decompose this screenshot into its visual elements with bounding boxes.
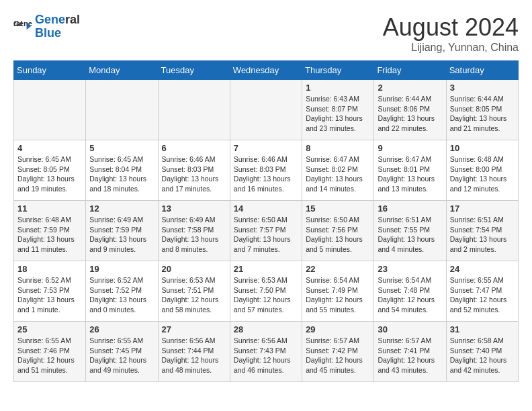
day-number: 23 xyxy=(378,264,442,274)
calendar-cell: 16Sunrise: 6:51 AMSunset: 7:55 PMDayligh… xyxy=(374,201,446,261)
day-number: 14 xyxy=(234,203,298,214)
day-info: Sunrise: 6:53 AMSunset: 7:51 PMDaylight:… xyxy=(162,275,226,315)
logo-text: GeneralBlue xyxy=(35,13,80,40)
day-info: Sunrise: 6:45 AMSunset: 8:05 PMDaylight:… xyxy=(17,154,82,194)
day-info: Sunrise: 6:47 AMSunset: 8:01 PMDaylight:… xyxy=(378,154,442,194)
day-number: 16 xyxy=(378,203,442,214)
calendar-cell: 18Sunrise: 6:52 AMSunset: 7:53 PMDayligh… xyxy=(14,261,86,322)
day-info: Sunrise: 6:55 AMSunset: 7:46 PMDaylight:… xyxy=(17,336,82,375)
calendar-week-row: 25Sunrise: 6:55 AMSunset: 7:46 PMDayligh… xyxy=(14,322,519,382)
calendar-cell: 25Sunrise: 6:55 AMSunset: 7:46 PMDayligh… xyxy=(14,322,86,382)
calendar-cell: 31Sunrise: 6:58 AMSunset: 7:40 PMDayligh… xyxy=(446,322,518,382)
calendar-cell: 24Sunrise: 6:55 AMSunset: 7:47 PMDayligh… xyxy=(446,261,518,322)
day-number: 28 xyxy=(234,324,298,334)
calendar-cell: 11Sunrise: 6:48 AMSunset: 7:59 PMDayligh… xyxy=(14,201,86,261)
calendar-cell: 30Sunrise: 6:57 AMSunset: 7:41 PMDayligh… xyxy=(374,322,446,382)
day-info: Sunrise: 6:44 AMSunset: 8:05 PMDaylight:… xyxy=(450,94,515,134)
calendar-cell: 17Sunrise: 6:51 AMSunset: 7:54 PMDayligh… xyxy=(446,201,518,261)
logo: Gene ral GeneralBlue xyxy=(13,13,80,40)
calendar-cell xyxy=(158,80,230,140)
weekday-header: Thursday xyxy=(302,61,374,80)
calendar-cell: 13Sunrise: 6:49 AMSunset: 7:58 PMDayligh… xyxy=(158,201,230,261)
day-number: 4 xyxy=(17,143,82,153)
day-number: 20 xyxy=(162,264,226,274)
calendar-cell: 27Sunrise: 6:56 AMSunset: 7:44 PMDayligh… xyxy=(158,322,230,382)
calendar-cell: 4Sunrise: 6:45 AMSunset: 8:05 PMDaylight… xyxy=(14,140,86,201)
day-info: Sunrise: 6:53 AMSunset: 7:50 PMDaylight:… xyxy=(234,275,298,315)
day-info: Sunrise: 6:57 AMSunset: 7:42 PMDaylight:… xyxy=(306,336,370,375)
day-info: Sunrise: 6:54 AMSunset: 7:49 PMDaylight:… xyxy=(306,275,370,315)
month-year: August 2024 xyxy=(383,13,519,42)
calendar-cell xyxy=(230,80,302,140)
day-number: 1 xyxy=(306,83,370,93)
calendar-cell xyxy=(14,80,86,140)
day-info: Sunrise: 6:50 AMSunset: 7:57 PMDaylight:… xyxy=(234,215,298,255)
day-info: Sunrise: 6:49 AMSunset: 7:58 PMDaylight:… xyxy=(162,215,226,255)
day-number: 17 xyxy=(450,203,515,214)
weekday-header: Monday xyxy=(86,61,158,80)
day-info: Sunrise: 6:56 AMSunset: 7:43 PMDaylight:… xyxy=(234,336,298,375)
calendar-cell: 6Sunrise: 6:46 AMSunset: 8:03 PMDaylight… xyxy=(158,140,230,201)
calendar-cell: 19Sunrise: 6:52 AMSunset: 7:52 PMDayligh… xyxy=(86,261,158,322)
day-info: Sunrise: 6:47 AMSunset: 8:02 PMDaylight:… xyxy=(306,154,370,194)
calendar-cell: 5Sunrise: 6:45 AMSunset: 8:04 PMDaylight… xyxy=(86,140,158,201)
location: Lijiang, Yunnan, China xyxy=(383,42,519,54)
calendar-cell: 12Sunrise: 6:49 AMSunset: 7:59 PMDayligh… xyxy=(86,201,158,261)
day-number: 19 xyxy=(89,264,154,274)
day-info: Sunrise: 6:48 AMSunset: 7:59 PMDaylight:… xyxy=(17,215,82,255)
day-number: 8 xyxy=(306,143,370,153)
calendar-cell: 3Sunrise: 6:44 AMSunset: 8:05 PMDaylight… xyxy=(446,80,518,140)
day-number: 25 xyxy=(17,324,82,334)
logo-icon: Gene ral xyxy=(13,17,32,36)
day-info: Sunrise: 6:50 AMSunset: 7:56 PMDaylight:… xyxy=(306,215,370,255)
day-info: Sunrise: 6:57 AMSunset: 7:41 PMDaylight:… xyxy=(378,336,442,375)
calendar-cell: 10Sunrise: 6:48 AMSunset: 8:00 PMDayligh… xyxy=(446,140,518,201)
day-number: 3 xyxy=(450,83,515,93)
calendar-week-row: 1Sunrise: 6:43 AMSunset: 8:07 PMDaylight… xyxy=(14,80,519,140)
weekday-header: Wednesday xyxy=(230,61,302,80)
day-number: 26 xyxy=(89,324,154,334)
day-info: Sunrise: 6:58 AMSunset: 7:40 PMDaylight:… xyxy=(450,336,515,375)
calendar-cell: 21Sunrise: 6:53 AMSunset: 7:50 PMDayligh… xyxy=(230,261,302,322)
calendar-cell: 20Sunrise: 6:53 AMSunset: 7:51 PMDayligh… xyxy=(158,261,230,322)
day-info: Sunrise: 6:56 AMSunset: 7:44 PMDaylight:… xyxy=(162,336,226,375)
calendar-cell: 8Sunrise: 6:47 AMSunset: 8:02 PMDaylight… xyxy=(302,140,374,201)
title-block: August 2024 Lijiang, Yunnan, China xyxy=(383,13,519,54)
calendar-cell: 7Sunrise: 6:46 AMSunset: 8:03 PMDaylight… xyxy=(230,140,302,201)
day-info: Sunrise: 6:45 AMSunset: 8:04 PMDaylight:… xyxy=(89,154,154,194)
day-number: 5 xyxy=(89,143,154,153)
calendar-week-row: 4Sunrise: 6:45 AMSunset: 8:05 PMDaylight… xyxy=(14,140,519,201)
day-number: 7 xyxy=(234,143,298,153)
day-info: Sunrise: 6:51 AMSunset: 7:55 PMDaylight:… xyxy=(378,215,442,255)
day-info: Sunrise: 6:43 AMSunset: 8:07 PMDaylight:… xyxy=(306,94,370,134)
day-info: Sunrise: 6:44 AMSunset: 8:06 PMDaylight:… xyxy=(378,94,442,134)
weekday-header-row: SundayMondayTuesdayWednesdayThursdayFrid… xyxy=(14,61,519,80)
day-number: 29 xyxy=(306,324,370,334)
calendar-cell: 22Sunrise: 6:54 AMSunset: 7:49 PMDayligh… xyxy=(302,261,374,322)
day-number: 22 xyxy=(306,264,370,274)
day-info: Sunrise: 6:46 AMSunset: 8:03 PMDaylight:… xyxy=(162,154,226,194)
day-number: 15 xyxy=(306,203,370,214)
day-number: 12 xyxy=(89,203,154,214)
weekday-header: Sunday xyxy=(14,61,86,80)
day-number: 10 xyxy=(450,143,515,153)
day-info: Sunrise: 6:49 AMSunset: 7:59 PMDaylight:… xyxy=(89,215,154,255)
calendar-cell: 26Sunrise: 6:55 AMSunset: 7:45 PMDayligh… xyxy=(86,322,158,382)
page-header: Gene ral GeneralBlue August 2024 Lijiang… xyxy=(13,13,519,54)
calendar-table: SundayMondayTuesdayWednesdayThursdayFrid… xyxy=(13,60,519,382)
calendar-week-row: 11Sunrise: 6:48 AMSunset: 7:59 PMDayligh… xyxy=(14,201,519,261)
day-number: 2 xyxy=(378,83,442,93)
day-number: 27 xyxy=(162,324,226,334)
calendar-cell: 14Sunrise: 6:50 AMSunset: 7:57 PMDayligh… xyxy=(230,201,302,261)
day-number: 11 xyxy=(17,203,82,214)
day-info: Sunrise: 6:55 AMSunset: 7:45 PMDaylight:… xyxy=(89,336,154,375)
day-number: 6 xyxy=(162,143,226,153)
day-number: 30 xyxy=(378,324,442,334)
day-info: Sunrise: 6:48 AMSunset: 8:00 PMDaylight:… xyxy=(450,154,515,194)
calendar-cell: 15Sunrise: 6:50 AMSunset: 7:56 PMDayligh… xyxy=(302,201,374,261)
day-info: Sunrise: 6:55 AMSunset: 7:47 PMDaylight:… xyxy=(450,275,515,315)
weekday-header: Friday xyxy=(374,61,446,80)
calendar-cell: 23Sunrise: 6:54 AMSunset: 7:48 PMDayligh… xyxy=(374,261,446,322)
calendar-cell: 28Sunrise: 6:56 AMSunset: 7:43 PMDayligh… xyxy=(230,322,302,382)
day-info: Sunrise: 6:52 AMSunset: 7:53 PMDaylight:… xyxy=(17,275,82,315)
